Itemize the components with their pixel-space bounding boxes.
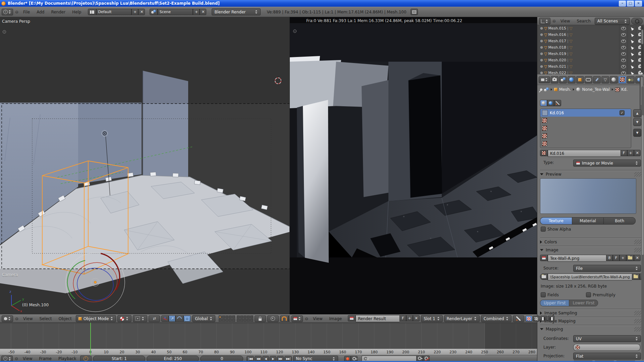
v3d-menu-view[interactable]: View — [20, 316, 35, 321]
expand-icon[interactable]: ⊕ — [540, 33, 543, 37]
texture-type-dropdown[interactable]: Image or Movie — [573, 160, 641, 167]
outliner-search-button[interactable] — [631, 18, 643, 24]
image-datablock-field[interactable]: Render Result — [356, 315, 399, 322]
texture-slot-empty[interactable] — [540, 117, 631, 124]
texture-slot-empty[interactable] — [540, 124, 631, 132]
keying-set-toggle-button[interactable] — [351, 356, 358, 362]
manipulator-toggle-button[interactable]: ⇄ — [149, 315, 160, 322]
upper-first-button[interactable]: Upper First — [540, 300, 569, 306]
editor-type-button-3dview[interactable] — [2, 315, 13, 322]
panel-preview-header[interactable]: Preview — [540, 171, 642, 178]
selectability-toggle[interactable] — [628, 57, 636, 63]
properties-scrollbar-thumb[interactable] — [641, 115, 644, 255]
slot-move-up-button[interactable]: ▲ — [633, 109, 641, 117]
preview-material-button[interactable]: Material — [572, 217, 604, 225]
tl-menu-view[interactable]: View — [20, 356, 35, 361]
collapse-menus-icon[interactable]: ⊖ — [552, 19, 556, 23]
screen-layout-field[interactable]: Default — [96, 9, 131, 15]
tab-data[interactable]: ▽ — [601, 76, 609, 83]
object-name[interactable]: Mesh.022 — [548, 71, 566, 74]
outliner-row[interactable]: ⊕ ▽ Mesh.018 | ▽ — [537, 44, 644, 51]
lower-first-button[interactable]: Lower First — [569, 300, 598, 306]
render-pass-dropdown[interactable]: Combined — [481, 315, 512, 322]
channels-alpha-button[interactable] — [540, 316, 547, 321]
new-texture-button[interactable]: + — [627, 150, 634, 156]
pivot-point-dropdown[interactable] — [133, 315, 147, 322]
panel-image-mapping-header[interactable]: Image Mapping — [540, 317, 642, 324]
outliner-editor[interactable]: ⊖ View Search All Scenes ⊕ ▽ Mesh.015 | — [537, 17, 644, 74]
expand-icon[interactable]: ⊕ — [540, 39, 543, 43]
layers-grid-1[interactable] — [219, 315, 235, 322]
insert-keyframe-button[interactable] — [416, 356, 423, 361]
outliner-menu-search[interactable]: Search — [574, 19, 593, 23]
breadcrumb-object[interactable]: Mesh. — [559, 87, 571, 92]
preview-both-button[interactable]: Both — [603, 217, 636, 225]
panel-grip[interactable] — [634, 311, 642, 315]
maximize-button[interactable]: □ — [627, 1, 634, 6]
scale-manipulator-button[interactable] — [183, 315, 191, 322]
menu-render[interactable]: Render — [48, 10, 68, 14]
editor-type-button-outliner[interactable] — [539, 18, 550, 24]
manipulator-axis-button[interactable] — [161, 315, 169, 322]
object-name[interactable]: Mesh.021 — [548, 64, 566, 69]
texture-slot-empty[interactable] — [540, 132, 631, 140]
channels-color-button[interactable] — [533, 316, 540, 321]
tab-material[interactable] — [610, 76, 618, 83]
outliner-row[interactable]: ⊕ ▽ Mesh.016 | ▽ — [537, 32, 644, 38]
panel-grip[interactable] — [634, 240, 642, 244]
texture-slot-empty[interactable] — [540, 140, 631, 147]
image-paint-toggle-button[interactable] — [513, 315, 524, 322]
editor-type-button-image[interactable] — [291, 315, 303, 322]
expand-icon[interactable]: ⊕ — [540, 45, 543, 50]
collapse-menus-icon[interactable]: ⊖ — [14, 316, 19, 321]
screen-layout-icon-button[interactable] — [88, 9, 96, 15]
auto-keyframe-button[interactable] — [344, 356, 351, 362]
expand-icon[interactable]: ⊕ — [540, 52, 543, 56]
v3d-menu-object[interactable]: Object — [56, 316, 74, 321]
texture-context-material-button[interactable] — [540, 100, 547, 106]
show-alpha-checkbox[interactable] — [541, 227, 546, 232]
selectability-toggle[interactable] — [628, 25, 636, 32]
close-button[interactable]: ✕ — [635, 1, 642, 6]
translate-manipulator-button[interactable]: ↗ — [169, 315, 175, 322]
layer-field[interactable] — [573, 344, 640, 351]
fields-checkbox[interactable] — [541, 292, 546, 297]
visibility-toggle[interactable] — [619, 70, 628, 74]
collapse-menus-icon[interactable]: ⊖ — [304, 316, 309, 321]
expand-icon[interactable]: ⊕ — [540, 26, 543, 31]
selectability-toggle[interactable] — [628, 44, 636, 51]
visibility-toggle[interactable] — [619, 38, 628, 44]
object-name[interactable]: Mesh.019 — [548, 52, 566, 56]
tab-world[interactable] — [568, 76, 575, 83]
selectability-toggle[interactable] — [628, 38, 636, 44]
tl-menu-frame[interactable]: Frame — [37, 356, 54, 361]
render-layer-dropdown[interactable]: RenderLayer — [444, 315, 480, 322]
image-browse-button[interactable] — [540, 255, 548, 261]
breadcrumb-material[interactable]: None_Tex-Wal — [582, 87, 610, 92]
image-path-field[interactable]: \Spaceship Lua\Blenderstuff\Tex-Wall-A.p… — [548, 274, 632, 281]
selectability-toggle[interactable] — [628, 63, 636, 70]
editor-type-button-properties[interactable] — [539, 76, 550, 83]
proportional-edit-button[interactable] — [267, 315, 279, 322]
uv-menu-image[interactable]: Image — [327, 316, 345, 321]
visibility-toggle[interactable] — [619, 63, 628, 70]
tab-object[interactable] — [576, 76, 584, 83]
outliner-row[interactable]: ⊕ ▽ Mesh.015 | ▽ — [537, 25, 644, 32]
texture-name-field[interactable]: Kd.016 — [548, 150, 621, 157]
outliner-row[interactable]: ⊕ ▽ Mesh.020 | ▽ — [537, 57, 644, 63]
render-engine-dropdown[interactable]: Blender Render — [212, 8, 261, 15]
transform-orientation-dropdown[interactable]: Global — [192, 315, 215, 322]
outliner-row[interactable]: ⊕ ▽ Mesh.019 | ▽ — [537, 51, 644, 57]
texture-browse-button[interactable] — [540, 150, 548, 156]
render-slot-dropdown[interactable]: Slot 1 — [421, 315, 442, 322]
outliner-scrollbar-thumb[interactable] — [641, 29, 644, 45]
texture-context-brush-button[interactable] — [554, 100, 561, 106]
uv-menu-view[interactable]: View — [310, 316, 325, 321]
image-open-button[interactable] — [626, 255, 634, 261]
panel-grip[interactable] — [634, 172, 642, 177]
image-source-dropdown[interactable]: File — [573, 265, 641, 272]
scene-field[interactable]: Scene — [158, 9, 193, 15]
visibility-toggle[interactable] — [619, 44, 628, 51]
selectability-toggle[interactable] — [628, 32, 636, 38]
titlebar[interactable]: Blender* [E:\My Documents\(Projetos)\Spa… — [0, 0, 644, 7]
